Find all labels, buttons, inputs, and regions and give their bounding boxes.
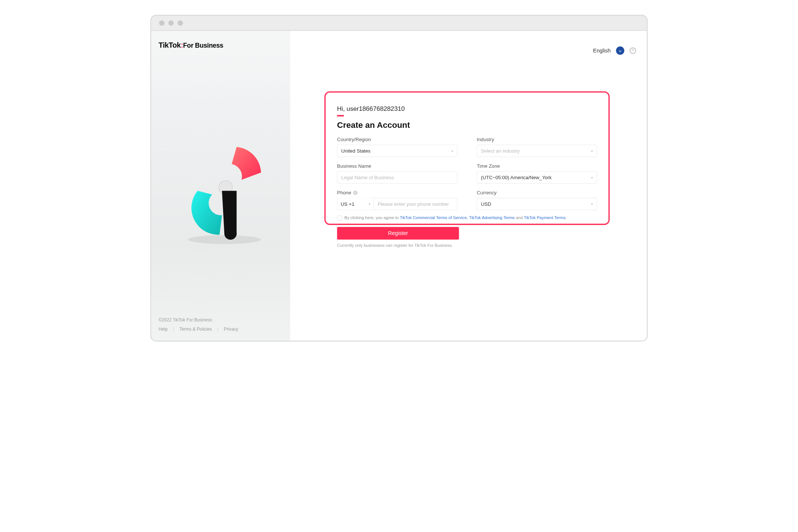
- logo-main: TikTok: [158, 41, 181, 49]
- traffic-light-close[interactable]: [159, 20, 165, 26]
- logo: TikTok:For Business: [151, 31, 290, 50]
- footer-link-help[interactable]: Help: [158, 327, 167, 332]
- country-select[interactable]: United States ▾: [337, 145, 457, 157]
- field-time-zone: Time Zone (UTC−05:00) America/New_York ▾: [477, 163, 597, 184]
- label-country: Country/Region: [337, 137, 457, 142]
- currency-value: USD: [481, 201, 491, 207]
- page-title: Create an Account: [337, 120, 597, 130]
- field-country: Country/Region United States ▾: [337, 137, 457, 157]
- time-zone-select[interactable]: (UTC−05:00) America/New_York ▾: [477, 171, 597, 184]
- accent-bar: [337, 115, 344, 116]
- phone-country-code-select[interactable]: US +1 ▾: [337, 198, 374, 210]
- agree-row: By clicking here, you agree to TikTok Co…: [337, 215, 597, 221]
- info-icon[interactable]: ?: [353, 191, 358, 195]
- chevron-down-icon: ▾: [591, 175, 593, 180]
- browser-chrome: [151, 16, 647, 31]
- right-pane: English u ? Hi, user1866768282310 Create…: [290, 31, 647, 341]
- country-value: United States: [341, 148, 371, 154]
- footer-separator: |: [217, 327, 218, 332]
- footer: ©2022 TikTok For Business Help | Terms &…: [151, 318, 290, 341]
- footer-link-privacy[interactable]: Privacy: [224, 327, 238, 332]
- label-industry: Industry: [477, 137, 597, 142]
- link-payment-terms[interactable]: TikTok Payment Terms: [524, 215, 566, 220]
- avatar[interactable]: u: [616, 47, 624, 55]
- svg-point-0: [188, 235, 261, 244]
- field-industry: Industry Select an industry ▾: [477, 137, 597, 157]
- agree-checkbox[interactable]: [337, 216, 342, 221]
- left-pane: TikTok:For Business: [151, 31, 290, 341]
- phone-code-value: US +1: [341, 201, 354, 207]
- footer-separator: |: [173, 327, 174, 332]
- business-name-placeholder: Legal Name of Business: [341, 175, 394, 180]
- traffic-light-maximize[interactable]: [178, 20, 183, 26]
- field-phone: Phone ? US +1 ▾ Please enter your phone …: [337, 190, 457, 210]
- agree-prefix: By clicking here, you agree to: [344, 215, 400, 220]
- label-phone: Phone ?: [337, 190, 457, 195]
- register-note: Currently only businesses can register f…: [337, 243, 597, 248]
- field-business-name: Business Name Legal Name of Business: [337, 163, 457, 184]
- agree-suffix: .: [566, 215, 567, 220]
- browser-frame: TikTok:For Business: [150, 15, 648, 341]
- register-button[interactable]: Register: [337, 227, 459, 239]
- time-zone-value: (UTC−05:00) America/New_York: [481, 175, 552, 180]
- label-phone-text: Phone: [337, 190, 351, 195]
- chevron-down-icon: ▾: [591, 149, 593, 153]
- logo-sub: For Business: [183, 42, 224, 49]
- link-advertising-terms[interactable]: TikTok Advertising Terms: [469, 215, 515, 220]
- currency-select[interactable]: USD ▾: [477, 198, 597, 210]
- chevron-down-icon: ▾: [591, 202, 593, 206]
- tiktok-3d-icon: [185, 142, 263, 245]
- app: TikTok:For Business: [151, 31, 647, 341]
- label-currency: Currency: [477, 190, 597, 195]
- agree-sep: and: [515, 215, 524, 220]
- label-business-name: Business Name: [337, 163, 457, 169]
- traffic-light-minimize[interactable]: [168, 20, 174, 26]
- chevron-down-icon: ▾: [451, 149, 453, 153]
- phone-placeholder: Please enter your phone number: [378, 201, 449, 207]
- footer-link-terms[interactable]: Terms & Policies: [180, 327, 212, 332]
- decorative-art: [151, 50, 290, 318]
- chevron-down-icon: ▾: [369, 202, 371, 206]
- topbar: English u ?: [593, 47, 636, 55]
- footer-copyright: ©2022 TikTok For Business: [158, 318, 283, 323]
- field-currency: Currency USD ▾: [477, 190, 597, 210]
- phone-number-input[interactable]: Please enter your phone number: [374, 198, 457, 210]
- link-commercial-terms[interactable]: TikTok Commercial Terms of Service: [400, 215, 467, 220]
- language-selector[interactable]: English: [593, 47, 611, 54]
- industry-select[interactable]: Select an industry ▾: [477, 145, 597, 157]
- label-time-zone: Time Zone: [477, 163, 597, 169]
- industry-placeholder: Select an industry: [481, 148, 520, 154]
- help-icon[interactable]: ?: [630, 47, 636, 54]
- agree-text: By clicking here, you agree to TikTok Co…: [344, 215, 567, 220]
- business-name-input[interactable]: Legal Name of Business: [337, 171, 457, 184]
- create-account-form: Hi, user1866768282310 Create an Account …: [327, 94, 607, 258]
- greeting: Hi, user1866768282310: [337, 105, 597, 112]
